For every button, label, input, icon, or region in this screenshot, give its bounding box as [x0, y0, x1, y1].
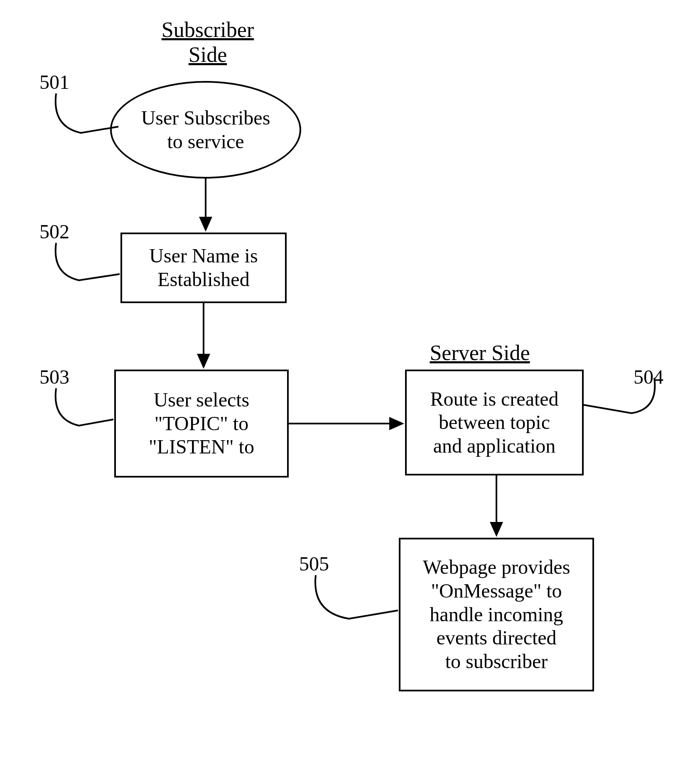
leader-505	[309, 573, 409, 627]
ref-label-502: 502	[39, 220, 69, 243]
header-subscriber-side: SubscriberSide	[145, 17, 270, 67]
ref-label-501: 501	[39, 71, 69, 93]
leader-501	[50, 91, 133, 141]
arrow-504-to-505	[488, 475, 505, 538]
node-505-text: Webpage provides"OnMessage" tohandle inc…	[423, 556, 570, 673]
arrow-502-to-503	[195, 303, 212, 370]
flowchart-canvas: SubscriberSide Server Side User Subscrib…	[0, 0, 700, 757]
arrow-501-to-502	[197, 179, 214, 233]
ref-label-505: 505	[299, 552, 329, 575]
node-505-box: Webpage provides"OnMessage" tohandle inc…	[399, 538, 594, 691]
leader-502	[50, 241, 133, 287]
node-502-text: User Name isEstablished	[149, 244, 258, 291]
svg-marker-1	[199, 217, 212, 232]
node-504-text: Route is createdbetween topicand applica…	[430, 387, 558, 458]
node-503-text: User selects"TOPIC" to"LISTEN" to	[149, 388, 254, 459]
node-502-box: User Name isEstablished	[120, 233, 287, 303]
svg-marker-3	[197, 354, 210, 369]
node-501-ellipse: User Subscribesto service	[110, 81, 301, 179]
svg-marker-5	[389, 417, 404, 430]
ref-label-503: 503	[39, 365, 69, 388]
svg-marker-7	[490, 522, 503, 537]
arrow-503-to-504	[289, 415, 405, 432]
node-503-box: User selects"TOPIC" to"LISTEN" to	[114, 370, 289, 478]
node-504-box: Route is createdbetween topicand applica…	[405, 370, 584, 475]
node-501-text: User Subscribesto service	[141, 106, 270, 153]
leader-503	[50, 386, 129, 432]
header-server-side: Server Side	[422, 341, 538, 365]
leader-504	[584, 376, 667, 421]
